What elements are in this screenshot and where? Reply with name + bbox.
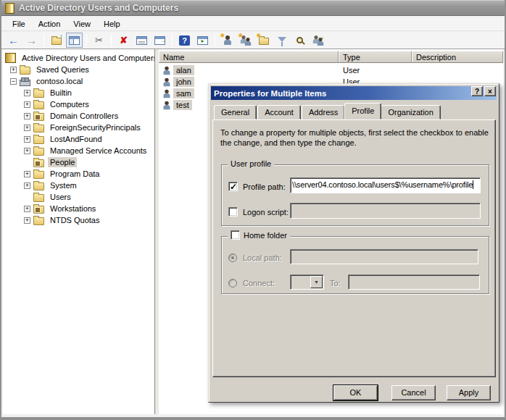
menu-help[interactable]: Help [97,18,127,30]
tree-item-label[interactable]: Saved Queries [34,64,91,75]
tree-expander-icon[interactable]: + [24,90,30,96]
tree-item-lostandfound[interactable]: + LostAndFound [3,133,154,145]
tree-item-system[interactable]: + System [3,180,154,191]
tree-item-label[interactable]: Builtin [48,88,74,98]
change-domain-icon[interactable]: ↔ [310,33,326,48]
row-name[interactable]: alan [173,65,194,75]
toolbar-separator [111,34,112,46]
tab-profile[interactable]: Profile [344,103,381,119]
console-root-icon [5,53,16,63]
tree-item-workstations[interactable]: + Workstations [3,203,154,214]
dialog-close-button[interactable]: × [484,86,496,96]
tree-item-label[interactable]: Managed Service Accounts [48,146,149,156]
tree-item-ntds-quotas[interactable]: + NTDS Quotas [3,214,154,226]
row-name[interactable]: john [173,77,194,87]
row-name[interactable]: sam [173,88,194,98]
tree-expander-icon[interactable]: − [10,78,17,85]
home-folder-legend: Home folder [244,231,287,240]
tree-expander-icon[interactable]: + [10,67,17,73]
tree-item-active-directory-users-and-computers[interactable]: Active Directory Users and Computers [3,52,154,64]
tree-item-people[interactable]: People [3,156,154,168]
tab-general[interactable]: General [214,105,257,119]
tree-item-computers[interactable]: + Computers [3,98,154,110]
column-header-type[interactable]: Type [339,51,412,62]
tree-expander-icon[interactable]: + [24,182,30,189]
new-ou-icon[interactable]: * [255,33,272,48]
delete-icon[interactable]: ✘ [115,33,132,48]
tree-item-contoso-local[interactable]: − contoso.local [3,75,154,87]
tree-expander-icon[interactable]: + [24,101,30,108]
new-window-icon[interactable]: ▸ [194,33,211,48]
tree-item-label[interactable]: Active Directory Users and Computers [20,53,155,63]
tree-expander-icon[interactable]: + [24,217,30,224]
tree-expander-icon[interactable]: + [24,113,30,119]
row-name[interactable]: test [173,100,192,110]
tree-expander-icon[interactable]: + [24,125,30,131]
new-user-icon[interactable]: * [219,33,236,48]
new-group-icon[interactable]: * [237,33,254,48]
tree-item-label[interactable]: Users [48,192,73,202]
tree-item-managed-service-accounts[interactable]: + Managed Service Accounts [3,145,154,156]
to-label: To: [330,279,341,287]
tree-item-domain-controllers[interactable]: + Domain Controllers [3,110,154,122]
column-header-name[interactable]: Name [159,51,339,62]
menu-action[interactable]: Action [32,18,67,30]
tab-account[interactable]: Account [257,105,301,119]
tree-item-users[interactable]: Users [3,191,154,203]
app-window: Active Directory Users and Computers Fil… [0,0,506,420]
tree-expander-icon[interactable]: + [24,171,30,177]
folder-icon [33,101,44,109]
up-one-level-icon[interactable]: ↑ [48,33,65,48]
tree-item-label[interactable]: Program Data [48,169,101,179]
logon-script-label: Logon script: [243,208,289,217]
tree-expander-icon[interactable]: + [24,136,30,143]
forward-icon[interactable]: → [23,33,40,48]
profile-path-field[interactable]: \\server04.contoso.local\users$\%usernam… [290,177,481,193]
console-tree: Active Directory Users and Computers + S… [3,49,155,414]
tree-item-program-data[interactable]: + Program Data [3,168,154,180]
properties-icon[interactable] [133,33,150,48]
console-tree-icon[interactable] [66,33,83,48]
profile-path-checkbox[interactable] [228,182,238,191]
tab-organization[interactable]: Organization [381,105,440,119]
tree-item-label[interactable]: Domain Controllers [48,111,120,121]
column-header-description[interactable]: Description [412,51,503,62]
connect-radio [228,279,237,287]
tree-item-label[interactable]: Computers [48,99,91,109]
list-row-alan[interactable]: alan User [159,65,503,77]
window-title: Active Directory Users and Computers [19,3,178,13]
find-icon[interactable] [291,33,308,48]
tree-item-builtin[interactable]: + Builtin [3,87,154,98]
dialog-help-button[interactable]: ? [471,86,483,96]
tree-item-label[interactable]: People [48,157,77,167]
profile-path-label: Profile path: [243,182,286,191]
tree-expander-icon[interactable]: + [24,148,30,154]
tree-item-label[interactable]: Workstations [48,203,98,214]
cancel-button[interactable]: Cancel [391,385,436,400]
tree-item-label[interactable]: ForeignSecurityPrincipals [48,122,143,133]
drive-letter-dropdown: ▼ [290,274,324,290]
logon-script-checkbox[interactable] [228,207,238,217]
filter-icon[interactable] [273,33,290,48]
tree-item-label[interactable]: NTDS Quotas [48,215,101,225]
ou-icon [33,113,44,121]
apply-button[interactable]: Apply [447,385,491,400]
tree-item-saved-queries[interactable]: + Saved Queries [3,64,154,75]
tree-item-foreignsecurityprincipals[interactable]: + ForeignSecurityPrincipals [3,122,154,133]
ok-button[interactable]: OK [333,385,378,400]
tree-item-label[interactable]: contoso.local [34,76,85,86]
export-list-icon[interactable]: → [152,33,168,48]
dialog-instruction: To change a property for multiple object… [220,127,490,148]
menu-view[interactable]: View [67,18,97,30]
menu-file[interactable]: File [6,18,32,30]
tree-item-label[interactable]: System [48,180,79,190]
home-folder-checkbox[interactable] [231,230,240,240]
folder-icon [33,194,44,202]
cut-icon[interactable]: ✂ [91,33,107,48]
back-icon[interactable]: ← [5,33,22,48]
tree-item-label[interactable]: LostAndFound [48,134,104,144]
tab-address[interactable]: Address [302,105,345,119]
folder-icon [33,136,44,144]
help-icon[interactable]: ? [176,33,193,48]
tree-expander-icon[interactable]: + [24,206,30,212]
